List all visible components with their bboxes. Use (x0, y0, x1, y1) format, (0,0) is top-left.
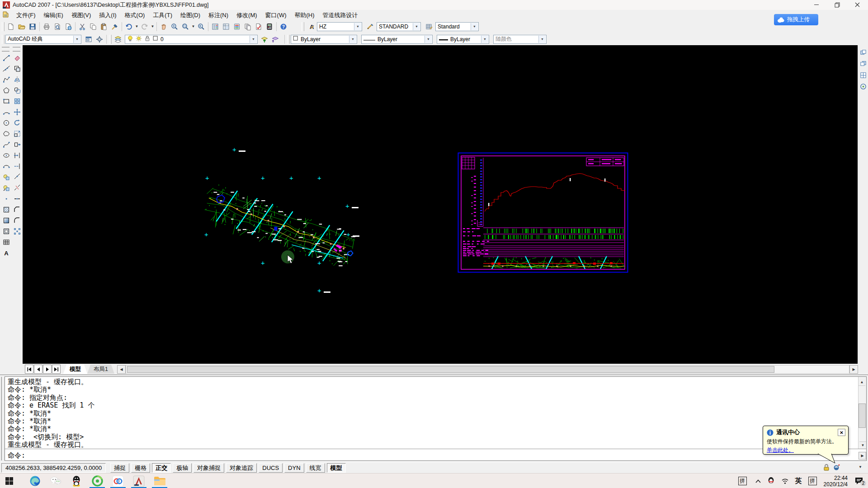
command-vscrollbar[interactable]: ▲ ▼ (858, 377, 866, 449)
order-toolbar-button-3[interactable] (858, 70, 868, 80)
workspace-combo[interactable]: AutoCAD 经典▼ (5, 35, 81, 44)
status-toggle-osnap[interactable]: 对象捕捉 (193, 463, 224, 473)
zoom-window-button[interactable] (180, 21, 191, 32)
extend-icon[interactable] (12, 161, 22, 171)
hscroll-right-arrow[interactable]: ▶ (849, 365, 858, 374)
tab-model[interactable]: 模型 (63, 365, 87, 374)
erase-icon[interactable] (12, 52, 22, 63)
region-icon[interactable] (1, 226, 11, 236)
autocad-taskbar-icon[interactable] (128, 474, 149, 488)
order-toolbar-button-1[interactable] (858, 47, 868, 58)
ellipse-icon[interactable] (1, 150, 11, 160)
menu-item-10[interactable]: 帮助(H) (291, 10, 319, 20)
copy-button[interactable] (88, 21, 99, 32)
prompt-right-arrow[interactable]: ▶ (859, 452, 866, 460)
status-toggle-ducs[interactable]: DUCS (259, 463, 283, 473)
ime-indicator-right[interactable]: 拼 (808, 477, 817, 485)
horizontal-scrollbar[interactable] (126, 365, 849, 374)
pipeline-profile-drawing[interactable] (458, 152, 628, 273)
status-toggle-snap[interactable]: 捕捉 (110, 463, 129, 473)
redo-button[interactable] (139, 21, 150, 32)
join-icon[interactable] (12, 193, 22, 204)
layer-lock-icon[interactable] (144, 35, 151, 43)
rectangle-icon[interactable] (1, 96, 11, 106)
menu-item-3[interactable]: 插入(I) (95, 10, 120, 20)
dim-style-combo[interactable]: STANDARD▼ (377, 22, 421, 31)
action-center-icon[interactable]: 2 (854, 477, 863, 485)
quickcalc-button[interactable] (264, 21, 275, 32)
order-toolbar-button-2[interactable] (858, 59, 868, 69)
status-toggle-dyn[interactable]: DYN (284, 463, 304, 473)
menu-item-9[interactable]: 窗口(W) (261, 10, 291, 20)
save-button[interactable] (27, 21, 38, 32)
spline-icon[interactable] (1, 139, 11, 150)
tool-palettes-button[interactable] (231, 21, 242, 32)
lang-indicator[interactable]: 英 (795, 477, 802, 485)
tab-next-button[interactable] (43, 365, 52, 374)
vscroll-thumb[interactable] (859, 404, 866, 428)
pan-button[interactable] (158, 21, 169, 32)
paste-button[interactable] (99, 21, 109, 32)
ime-indicator-left[interactable]: 拼 (738, 477, 747, 485)
qq-taskbar-icon[interactable] (66, 474, 87, 488)
properties-button[interactable] (210, 21, 221, 32)
table-style-combo[interactable]: Standard▼ (435, 22, 479, 31)
zoom-realtime-button[interactable] (169, 21, 180, 32)
hscroll-left-arrow[interactable]: ◀ (117, 365, 126, 374)
vscroll-up-arrow[interactable]: ▲ (859, 379, 865, 386)
menu-item-11[interactable]: 管道线路设计 (319, 10, 362, 20)
workspace-save-button[interactable] (94, 34, 105, 45)
linetype-combo[interactable]: ByLayer▼ (361, 35, 433, 44)
chevron-down-icon[interactable]: ▼ (250, 36, 257, 43)
layer-previous-button[interactable] (270, 34, 281, 45)
construction-line-icon[interactable] (1, 63, 11, 74)
cut-button[interactable] (77, 21, 88, 32)
minimize-button[interactable] (807, 0, 826, 9)
scale-icon[interactable] (12, 128, 22, 139)
chevron-down-icon[interactable]: ▼ (471, 23, 478, 30)
toolbar-grip[interactable] (2, 35, 5, 44)
edge-taskbar-icon[interactable] (24, 474, 45, 488)
vscroll-down-arrow[interactable]: ▼ (859, 441, 866, 449)
status-toggle-otrack[interactable]: 对象追踪 (226, 463, 257, 473)
revision-cloud-icon[interactable] (1, 128, 11, 139)
copy-object-icon[interactable] (12, 63, 22, 74)
site-plan-drawing[interactable] (200, 178, 359, 270)
layer-combo[interactable]: 0▼ (125, 35, 258, 44)
qq-tray-icon[interactable] (767, 477, 775, 485)
trim-icon[interactable] (12, 150, 22, 160)
start-button[interactable] (0, 474, 18, 488)
gradient-icon[interactable] (1, 215, 11, 225)
menu-item-8[interactable]: 修改(M) (232, 10, 261, 20)
polygon-icon[interactable] (1, 85, 11, 95)
rotate-icon[interactable] (12, 117, 22, 128)
explode-icon[interactable] (12, 226, 22, 236)
coordinate-readout[interactable]: 408256.2633, 3885492.4259, 0.0000 (1, 463, 106, 473)
fillet-icon[interactable] (12, 215, 22, 225)
balloon-close-button[interactable]: ✕ (838, 429, 845, 436)
status-toggle-polar[interactable]: 极轴 (173, 463, 192, 473)
open-button[interactable] (16, 21, 27, 32)
360browser-taskbar-icon[interactable] (87, 474, 108, 488)
drawing-canvas[interactable]: +++++++++++ (23, 45, 858, 364)
lock-icon[interactable] (823, 464, 830, 473)
layer-thaw-icon[interactable] (136, 35, 142, 43)
plot-button[interactable] (41, 21, 52, 32)
menu-item-2[interactable]: 视图(V) (67, 10, 95, 20)
insert-block-icon[interactable] (1, 172, 11, 182)
chevron-down-icon[interactable]: ▼ (73, 36, 80, 43)
stretch-icon[interactable] (12, 139, 22, 150)
menu-item-4[interactable]: 格式(O) (121, 10, 149, 20)
drag-upload-widget[interactable]: 拖拽上传 (774, 14, 818, 25)
status-toggle-model[interactable]: 模型 (327, 463, 346, 473)
layer-manager-button[interactable] (113, 34, 123, 45)
hscroll-thumb[interactable] (127, 366, 774, 373)
break-at-point-icon[interactable] (12, 172, 22, 182)
zoom-previous-button[interactable] (196, 21, 207, 32)
status-toggle-grid[interactable]: 栅格 (131, 463, 150, 473)
command-prompt[interactable]: 命令: (8, 452, 25, 460)
status-toggle-lwt[interactable]: 线宽 (306, 463, 325, 473)
close-button[interactable] (847, 0, 867, 9)
markupset-manager-button[interactable] (253, 21, 264, 32)
tab-last-button[interactable] (52, 365, 61, 374)
